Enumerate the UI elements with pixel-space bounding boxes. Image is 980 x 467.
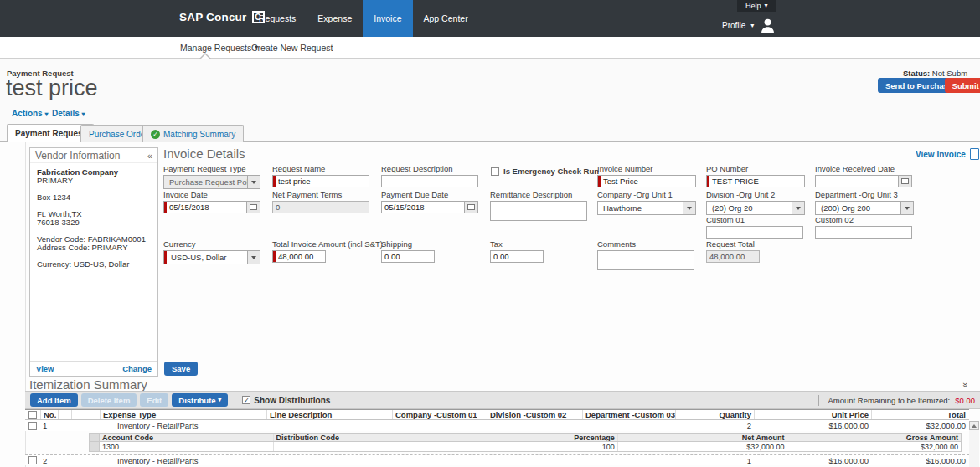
help-menu[interactable]: Help ▾ [737, 0, 776, 12]
custom-02-input[interactable] [815, 226, 912, 239]
table-scrollbar[interactable] [969, 421, 979, 467]
row-checkbox[interactable] [28, 422, 37, 430]
field-custom-01: Custom 01 [706, 215, 803, 239]
field-label: Comments [597, 239, 694, 249]
department-org-unit-3-select[interactable]: (200) Org 200 [815, 201, 914, 215]
field-label: Invoice Number [597, 164, 696, 173]
check-circle-icon: ✓ [151, 130, 160, 139]
table-row[interactable]: 2 Inventory - Retail/Parts 1 $16,000.00 … [25, 454, 969, 465]
collapse-panel-icon[interactable]: « [147, 151, 152, 161]
invoice-received-date-input[interactable] [815, 175, 899, 187]
vendor-panel-footer: View Change [30, 361, 157, 376]
field-label: Custom 02 [815, 215, 912, 224]
request-name-input[interactable] [272, 175, 369, 187]
actions-menu[interactable]: Actions ▾ [12, 109, 48, 118]
tab-matching-summary[interactable]: ✓ Matching Summary [142, 125, 244, 142]
distribution-code-value [273, 442, 524, 451]
show-distributions-label: Show Distributions [254, 396, 330, 405]
chevron-down-icon: ▾ [765, 3, 768, 9]
row-checkbox[interactable] [28, 456, 37, 464]
collapse-section-icon[interactable]: » [961, 382, 971, 387]
calendar-icon[interactable] [465, 201, 478, 213]
distribute-button[interactable]: Distribute ▾ [172, 393, 228, 407]
col-division-custom-02: Division -Custom 02 [487, 410, 582, 419]
distribution-row[interactable]: 1300 100 $32,000.00 $32,000.00 [90, 442, 961, 451]
payment-due-date-input[interactable] [381, 201, 465, 213]
manage-requests-label: Manage Requests [180, 43, 251, 53]
nav-item-requests[interactable]: Requests [248, 0, 307, 37]
invoice-number-input[interactable] [597, 175, 696, 187]
view-invoice-link[interactable]: View Invoice [916, 148, 979, 160]
gross-amount-value: $32,000.00 [787, 442, 961, 451]
col-company-custom-01: Company -Custom 01 [392, 410, 487, 419]
emergency-check-run-checkbox[interactable] [491, 167, 499, 176]
user-avatar-icon[interactable] [759, 17, 776, 34]
nav-item-expense[interactable]: Expense [307, 0, 363, 37]
division-org-unit-2-select[interactable]: (20) Org 20 [706, 201, 805, 215]
amount-remaining-value: $0.00 [955, 396, 975, 405]
indent-cell [90, 442, 100, 451]
create-new-request-link[interactable]: Create New Request [251, 37, 333, 59]
shipping-input[interactable] [381, 250, 435, 263]
distribution-subtable: Account Code Distribution Code Percentag… [89, 433, 962, 452]
field-label: Tax [490, 239, 544, 249]
vendor-details: Fabrication Company PRIMARY Box 1234 Ft.… [30, 163, 157, 274]
col-blank [71, 410, 85, 419]
chevron-down-icon [247, 176, 260, 188]
vendor-line: Currency: USD-US, Dollar [37, 260, 151, 269]
custom-01-input[interactable] [706, 226, 803, 239]
field-invoice-number: Invoice Number [597, 164, 696, 187]
row-expense-type: Inventory - Retail/Parts [100, 420, 266, 431]
vendor-line: Address Code: PRIMARY [37, 244, 151, 252]
field-invoice-date: Invoice Date [163, 190, 260, 213]
field-label: Company -Org Unit 1 [597, 190, 696, 199]
calendar-icon[interactable] [247, 201, 260, 213]
currency-select[interactable]: USD-US, Dollar [163, 250, 260, 264]
vendor-panel-title: Vendor Information [35, 150, 120, 162]
chevron-down-icon [247, 251, 260, 264]
sap-concur-invoice-page: Help ▾ SAP Concur C Requests Expense Inv… [0, 0, 980, 467]
nav-item-app-center[interactable]: App Center [413, 0, 479, 37]
nav-divider [245, 0, 245, 37]
payment-request-type-select[interactable]: Purchase Request Policy [163, 175, 260, 189]
field-tax: Tax [490, 239, 544, 263]
remittance-description-textarea[interactable] [490, 201, 587, 221]
details-menu[interactable]: Details ▾ [52, 109, 85, 118]
calendar-icon[interactable] [899, 175, 912, 187]
po-number-input[interactable] [706, 175, 805, 187]
status-label: Status: [903, 69, 930, 78]
company-org-unit-1-select[interactable]: Hawthorne [597, 201, 696, 215]
manage-requests-menu[interactable]: Manage Requests ▾ [180, 37, 258, 59]
vendor-information-panel: Vendor Information « Fabrication Company… [29, 147, 158, 377]
add-item-button[interactable]: Add Item [30, 393, 78, 407]
invoice-date-input[interactable] [163, 201, 247, 213]
scroll-up-arrow-icon[interactable] [969, 421, 979, 430]
row-quantity: 1 [675, 455, 754, 465]
profile-menu[interactable]: Profile ▾ [722, 17, 776, 34]
invoice-details-title: Invoice Details [163, 146, 245, 161]
brand-text: SAP Concur [179, 11, 247, 23]
show-distributions-checkbox[interactable]: ✓ [242, 396, 250, 404]
field-shipping: Shipping [381, 239, 435, 263]
vendor-line: PRIMARY [37, 177, 151, 185]
save-button[interactable]: Save [164, 362, 198, 376]
nav-item-invoice[interactable]: Invoice [363, 0, 412, 37]
chevron-down-icon: ▾ [82, 110, 85, 118]
submit-request-button[interactable]: Submit Req [945, 78, 980, 93]
tax-input[interactable] [490, 250, 544, 263]
field-payment-request-type: Payment Request Type Purchase Request Po… [163, 164, 260, 189]
field-label: Payment Request Type [163, 164, 260, 173]
vendor-change-link[interactable]: Change [122, 364, 152, 373]
field-label: Currency [163, 239, 260, 249]
request-description-input[interactable] [381, 175, 478, 187]
net-amount-value: $32,000.00 [617, 442, 787, 451]
vendor-view-link[interactable]: View [36, 364, 54, 373]
comments-textarea[interactable] [597, 250, 694, 270]
table-row[interactable]: 1 Inventory - Retail/Parts 2 $16,000.00 … [25, 420, 969, 431]
col-total: Total [871, 410, 968, 419]
select-all-checkbox[interactable] [28, 411, 37, 419]
edit-button: Edit [140, 393, 168, 407]
chevron-down-icon: ▾ [218, 397, 221, 403]
total-invoice-amount-input[interactable] [272, 250, 326, 263]
col-gross-amount: Gross Amount [787, 434, 961, 441]
